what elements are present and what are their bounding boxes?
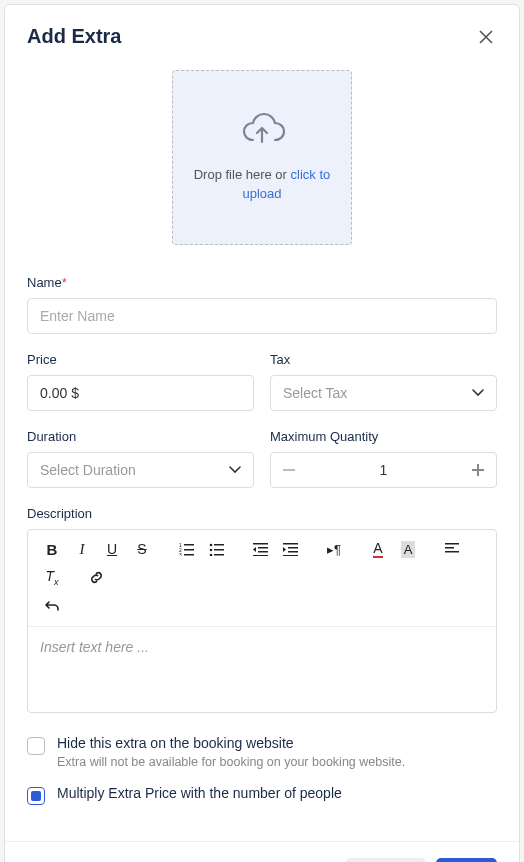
svg-rect-18: [253, 555, 268, 556]
price-field: Price: [27, 352, 254, 411]
hide-checkbox[interactable]: [27, 737, 45, 755]
svg-rect-15: [253, 543, 268, 545]
svg-rect-6: [184, 544, 194, 546]
svg-rect-7: [184, 549, 194, 551]
close-icon: [479, 30, 493, 44]
outdent-button[interactable]: [246, 536, 274, 562]
svg-rect-22: [283, 555, 298, 556]
svg-rect-19: [283, 543, 298, 545]
ordered-list-icon: 123: [179, 543, 194, 556]
description-field: Description B I U S 123 ▸¶ A: [27, 506, 497, 713]
price-input[interactable]: [27, 375, 254, 411]
qty-decrement-button[interactable]: [271, 453, 307, 487]
svg-rect-13: [214, 549, 224, 551]
svg-point-11: [209, 553, 212, 555]
link-icon: [89, 570, 104, 585]
duration-select[interactable]: Select Duration: [27, 452, 254, 488]
bold-button[interactable]: B: [38, 536, 66, 562]
paragraph-button[interactable]: ▸¶: [320, 536, 348, 562]
price-label: Price: [27, 352, 254, 367]
chevron-down-icon: [229, 466, 241, 474]
svg-rect-23: [445, 543, 459, 545]
upload-text-prefix: Drop file here or: [194, 167, 291, 182]
unordered-list-button[interactable]: [202, 536, 230, 562]
tax-placeholder: Select Tax: [283, 385, 347, 401]
text-color-button[interactable]: A: [364, 536, 392, 562]
svg-rect-0: [283, 469, 295, 471]
svg-rect-17: [258, 551, 268, 553]
description-label: Description: [27, 506, 497, 521]
modal-footer: Cancel Add: [5, 841, 519, 862]
svg-point-10: [209, 548, 212, 551]
strikethrough-button[interactable]: S: [128, 536, 156, 562]
duration-placeholder: Select Duration: [40, 462, 136, 478]
multiply-option-row: Multiply Extra Price with the number of …: [27, 785, 497, 805]
ordered-list-button[interactable]: 123: [172, 536, 200, 562]
tax-field: Tax Select Tax: [270, 352, 497, 411]
modal-header: Add Extra: [27, 25, 497, 48]
tax-select[interactable]: Select Tax: [270, 375, 497, 411]
add-extra-modal: Add Extra Drop file here or click to upl…: [4, 4, 520, 862]
svg-rect-8: [184, 554, 194, 556]
outdent-icon: [253, 543, 268, 556]
qty-increment-button[interactable]: [460, 453, 496, 487]
svg-rect-2: [472, 469, 484, 471]
name-field: Name*: [27, 275, 497, 334]
multiply-checkbox[interactable]: [27, 787, 45, 805]
link-button[interactable]: [82, 564, 110, 590]
multiply-label: Multiply Extra Price with the number of …: [57, 785, 342, 801]
add-button[interactable]: Add: [436, 858, 497, 862]
indent-icon: [283, 543, 298, 556]
svg-text:3: 3: [179, 552, 182, 556]
indent-button[interactable]: [276, 536, 304, 562]
tax-label: Tax: [270, 352, 497, 367]
duration-label: Duration: [27, 429, 254, 444]
align-icon: [445, 543, 459, 555]
underline-button[interactable]: U: [98, 536, 126, 562]
cloud-upload-icon: [239, 112, 285, 148]
italic-button[interactable]: I: [68, 536, 96, 562]
rich-text-editor: B I U S 123 ▸¶ A A: [27, 529, 497, 713]
upload-text: Drop file here or click to upload: [189, 166, 335, 202]
align-button[interactable]: [438, 536, 466, 562]
editor-textarea[interactable]: Insert text here ...: [28, 627, 496, 712]
highlight-button[interactable]: A: [394, 536, 422, 562]
undo-button[interactable]: [38, 594, 66, 620]
svg-rect-12: [214, 544, 224, 546]
qty-value: 1: [307, 462, 460, 478]
clear-format-button[interactable]: Tx: [38, 564, 66, 590]
svg-rect-20: [288, 547, 298, 549]
svg-point-9: [209, 543, 212, 546]
name-label: Name*: [27, 275, 497, 290]
hide-option-row: Hide this extra on the booking website E…: [27, 735, 497, 769]
svg-rect-24: [445, 547, 454, 549]
cancel-button[interactable]: Cancel: [346, 858, 426, 862]
chevron-down-icon: [472, 389, 484, 397]
unordered-list-icon: [209, 543, 224, 556]
svg-rect-21: [288, 551, 298, 553]
duration-field: Duration Select Duration: [27, 429, 254, 488]
svg-rect-25: [445, 551, 459, 553]
minus-icon: [283, 469, 295, 471]
max-qty-label: Maximum Quantity: [270, 429, 497, 444]
svg-rect-14: [214, 554, 224, 556]
plus-icon: [472, 464, 484, 476]
name-input[interactable]: [27, 298, 497, 334]
hide-sublabel: Extra will not be available for booking …: [57, 755, 405, 769]
upload-dropzone[interactable]: Drop file here or click to upload: [172, 70, 352, 245]
hide-label: Hide this extra on the booking website: [57, 735, 405, 751]
max-qty-field: Maximum Quantity 1: [270, 429, 497, 488]
close-button[interactable]: [475, 26, 497, 48]
svg-rect-16: [258, 547, 268, 549]
modal-title: Add Extra: [27, 25, 121, 48]
quantity-stepper: 1: [270, 452, 497, 488]
editor-toolbar: B I U S 123 ▸¶ A A: [28, 530, 496, 627]
undo-icon: [45, 600, 60, 614]
